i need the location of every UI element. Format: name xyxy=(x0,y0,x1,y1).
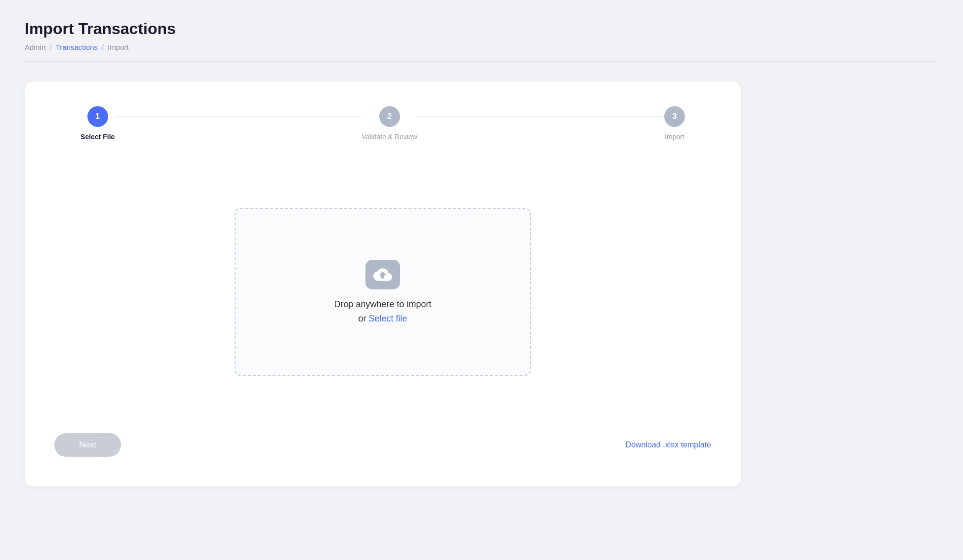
page-container: Import Transactions Admin / Transactions… xyxy=(0,0,963,506)
breadcrumb-import: Import xyxy=(108,43,129,51)
card-footer: Next Download .xlsx template xyxy=(54,423,711,457)
breadcrumb-sep-2: / xyxy=(102,43,104,51)
breadcrumb-admin: Admin xyxy=(25,43,46,51)
step-connector-2 xyxy=(417,117,664,117)
dropzone-wrapper: Drop anywhere to import or Select file xyxy=(54,170,711,413)
breadcrumb-sep-1: / xyxy=(50,43,52,51)
upload-cloud-icon xyxy=(373,265,392,284)
dropzone-or-prefix: or xyxy=(358,314,368,323)
step-2-circle: 2 xyxy=(379,106,400,127)
dropzone-link-row: or Select file xyxy=(358,314,407,324)
file-dropzone[interactable]: Drop anywhere to import or Select file xyxy=(235,208,531,376)
step-2: 2 Validate & Review xyxy=(361,106,417,141)
step-1-label: Select File xyxy=(80,133,115,141)
next-button[interactable]: Next xyxy=(54,433,121,457)
download-template-link[interactable]: Download .xlsx template xyxy=(626,440,711,449)
step-3: 3 Import xyxy=(664,106,685,141)
breadcrumb: Admin / Transactions / Import xyxy=(25,43,938,51)
select-file-link[interactable]: Select file xyxy=(368,314,407,323)
dropzone-primary-text: Drop anywhere to import xyxy=(334,299,431,310)
breadcrumb-transactions[interactable]: Transactions xyxy=(56,43,98,51)
stepper: 1 Select File 2 Validate & Review 3 Impo… xyxy=(54,106,711,141)
step-3-circle: 3 xyxy=(664,106,685,127)
step-1-circle: 1 xyxy=(87,106,108,127)
main-card: 1 Select File 2 Validate & Review 3 Impo… xyxy=(25,81,741,486)
upload-icon-container xyxy=(365,260,400,289)
page-title: Import Transactions xyxy=(25,20,938,38)
header-divider xyxy=(25,61,938,62)
step-2-label: Validate & Review xyxy=(361,133,417,141)
step-connector-1 xyxy=(115,117,361,117)
step-3-label: Import xyxy=(665,133,684,141)
step-1: 1 Select File xyxy=(80,106,115,141)
